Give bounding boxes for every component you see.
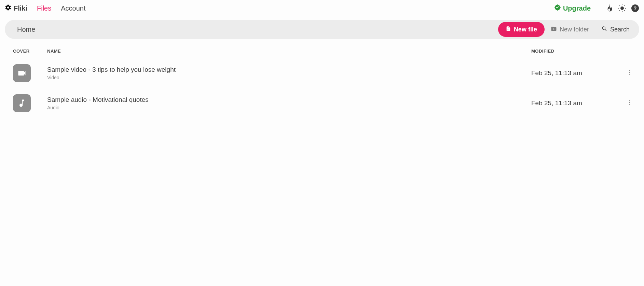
svg-line-8: [624, 5, 625, 6]
svg-point-12: [629, 72, 630, 73]
dots-vertical-icon: [627, 101, 633, 107]
nav-files[interactable]: Files: [37, 4, 51, 12]
row-menu-button[interactable]: [620, 99, 639, 107]
verified-icon: [554, 4, 561, 13]
new-folder-label: New folder: [560, 26, 589, 33]
nav-account[interactable]: Account: [61, 4, 85, 12]
upgrade-button[interactable]: Upgrade: [554, 4, 591, 13]
breadcrumb[interactable]: Home: [17, 26, 498, 33]
search-label: Search: [610, 26, 630, 33]
svg-point-13: [629, 74, 630, 75]
help-icon[interactable]: ?: [631, 4, 639, 12]
audio-thumb-icon: [13, 94, 31, 112]
svg-point-0: [620, 6, 624, 10]
col-cover: COVER: [5, 49, 39, 54]
folder-plus-icon: [551, 26, 557, 33]
svg-line-7: [619, 10, 620, 11]
svg-line-3: [619, 5, 620, 6]
svg-line-4: [624, 10, 625, 11]
theme-toggle-icon[interactable]: [618, 4, 626, 12]
col-modified: MODIFIED: [531, 49, 620, 54]
new-file-button[interactable]: New file: [498, 22, 545, 37]
file-title: Sample audio - Motivational quotes: [47, 96, 531, 104]
row-menu-button[interactable]: [620, 69, 639, 77]
table-row[interactable]: Sample audio - Motivational quotes Audio…: [0, 88, 644, 118]
video-thumb-icon: [13, 64, 31, 82]
svg-point-16: [629, 104, 630, 105]
trending-icon[interactable]: [605, 4, 613, 12]
col-name: NAME: [39, 49, 531, 54]
svg-text:?: ?: [634, 5, 637, 11]
file-modified: Feb 25, 11:13 am: [531, 99, 620, 107]
table-row[interactable]: Sample video - 3 tips to help you lose w…: [0, 58, 644, 88]
new-folder-button[interactable]: New folder: [545, 22, 595, 37]
svg-point-14: [629, 100, 630, 101]
search-icon: [601, 26, 607, 33]
file-title: Sample video - 3 tips to help you lose w…: [47, 66, 531, 73]
file-plus-icon: [506, 26, 511, 33]
file-type: Audio: [47, 105, 531, 110]
brand-label: Fliki: [14, 4, 27, 12]
dots-vertical-icon: [627, 71, 633, 77]
brand[interactable]: Fliki: [5, 4, 27, 13]
top-nav: Fliki Files Account Upgrade ?: [0, 0, 644, 16]
toolbar: Home New file New folder Search: [5, 20, 639, 39]
upgrade-label: Upgrade: [563, 4, 591, 12]
file-modified: Feb 25, 11:13 am: [531, 69, 620, 77]
new-file-label: New file: [514, 26, 537, 33]
svg-point-15: [629, 102, 630, 103]
svg-point-11: [629, 70, 630, 71]
file-type: Video: [47, 75, 531, 80]
gear-icon: [5, 4, 12, 13]
search-button[interactable]: Search: [595, 22, 636, 37]
table-header: COVER NAME MODIFIED: [0, 39, 644, 58]
